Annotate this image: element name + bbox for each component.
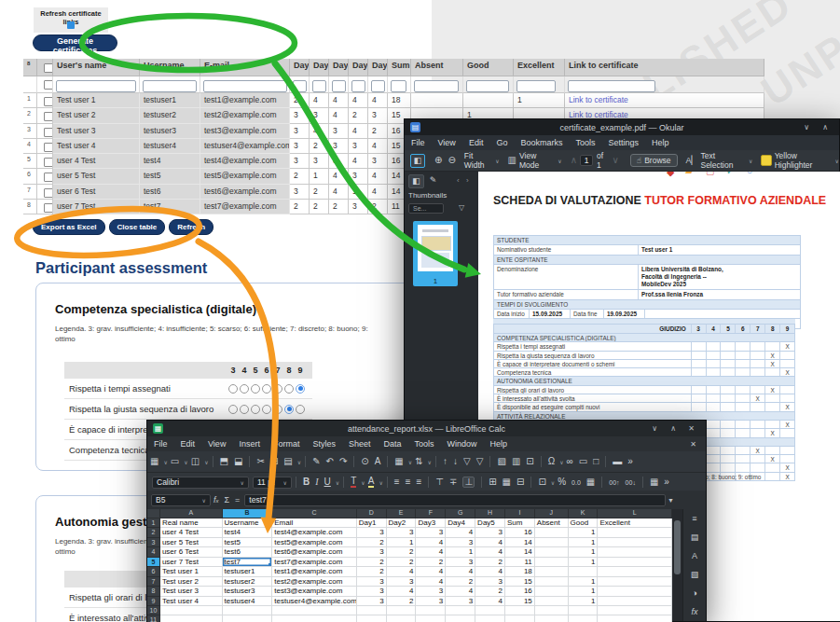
certificate-link[interactable]: Link to certificate xyxy=(565,93,764,108)
merge-cells-icon[interactable]: ⊞ xyxy=(489,477,496,487)
cell-G2[interactable]: 4 xyxy=(446,528,475,537)
symbol-icon[interactable]: Ω xyxy=(548,457,555,466)
cell-F11[interactable] xyxy=(416,615,446,622)
find-icon[interactable]: ⊙ xyxy=(361,457,368,466)
cell-G3[interactable]: 3 xyxy=(446,538,475,547)
filter-icon[interactable]: ▽ xyxy=(476,457,484,466)
desc-icon[interactable]: ↓ xyxy=(453,457,458,466)
cell-J2[interactable] xyxy=(535,528,569,537)
cell-A7[interactable]: Test user 2 xyxy=(160,577,223,587)
valign-top-icon[interactable]: ⊤ xyxy=(435,477,444,487)
cell-D8[interactable]: 3 xyxy=(357,587,387,596)
cell-I4[interactable]: 14 xyxy=(505,547,535,557)
cell-H3[interactable]: 4 xyxy=(475,538,505,547)
cell-E11[interactable] xyxy=(387,615,417,622)
cell-I5[interactable]: 11 xyxy=(505,558,535,567)
cell-G11[interactable] xyxy=(446,615,475,622)
cell-A2[interactable]: user 4 Test xyxy=(160,528,223,537)
filter-input[interactable] xyxy=(568,80,655,92)
cell-C11[interactable] xyxy=(272,615,356,622)
cell-I3[interactable]: 14 xyxy=(505,538,535,547)
cell-H2[interactable]: 3 xyxy=(475,528,505,537)
cell-H11[interactable] xyxy=(475,615,505,622)
minimize-icon[interactable]: ∨ xyxy=(652,424,657,433)
menu-view[interactable]: View xyxy=(201,439,232,449)
cell-B7[interactable]: testuser2 xyxy=(223,577,273,587)
merge-center-icon[interactable]: ▦ xyxy=(503,477,511,487)
cell-J11[interactable] xyxy=(535,615,569,622)
panel-prev-icon[interactable]: ‹ xyxy=(457,176,460,185)
italic-icon[interactable]: I xyxy=(315,477,318,487)
cell-L9[interactable] xyxy=(598,597,672,606)
cell-A11[interactable] xyxy=(160,615,223,622)
cell-K7[interactable]: 1 xyxy=(569,577,599,587)
unmerge-icon[interactable]: ⊟ xyxy=(516,477,524,487)
filter-input[interactable] xyxy=(143,80,197,92)
grid-corner[interactable] xyxy=(147,509,160,518)
borders-icon[interactable]: ▦ xyxy=(650,477,658,487)
cell-K11[interactable] xyxy=(569,615,599,622)
cell-C9[interactable]: testuser4@example.com xyxy=(272,597,356,606)
menu-format[interactable]: Format xyxy=(267,439,307,449)
cell-K3[interactable]: 1 xyxy=(569,538,599,547)
new-doc-icon[interactable]: ▦ xyxy=(150,457,158,466)
cell-F6[interactable]: 4 xyxy=(416,567,446,576)
cell-E4[interactable]: 2 xyxy=(387,547,417,557)
sidebar-menu-icon[interactable]: ≡ xyxy=(692,515,696,523)
filter-input[interactable] xyxy=(293,80,307,92)
sidebar-functions-icon[interactable]: fx xyxy=(691,608,697,616)
bold-icon[interactable]: B xyxy=(303,477,310,487)
row-header-10[interactable]: 10 xyxy=(147,606,160,615)
cell-D4[interactable]: 3 xyxy=(357,547,387,557)
view-mode-icon[interactable]: ▥ xyxy=(508,156,516,165)
minimize-icon[interactable]: ∨ xyxy=(804,123,809,131)
cell-D1[interactable]: Day1 xyxy=(357,518,387,528)
row-checkbox[interactable] xyxy=(44,173,53,182)
cell-C5[interactable]: test7@example.com xyxy=(272,558,356,567)
cell-C3[interactable]: test5@example.com xyxy=(272,538,356,547)
row-header-5[interactable]: 5 xyxy=(147,558,160,567)
filter-auto-icon[interactable]: ▽ xyxy=(463,457,471,466)
row-checkbox[interactable] xyxy=(44,143,53,152)
radio-score-4[interactable] xyxy=(240,405,249,414)
cell-C1[interactable]: Email xyxy=(272,518,356,528)
valign-center-icon[interactable]: ∓ xyxy=(449,477,457,487)
browse-button[interactable]: ☝ Browse xyxy=(630,154,678,167)
cell-C2[interactable]: test4@example.com xyxy=(272,528,356,537)
filter-input[interactable] xyxy=(371,80,385,92)
cell-L4[interactable] xyxy=(598,547,672,557)
cell-I2[interactable]: 16 xyxy=(505,528,535,537)
font-color-icon[interactable]: T xyxy=(351,477,356,488)
maximize-icon[interactable]: ∧ xyxy=(670,424,676,433)
cell-K6[interactable] xyxy=(569,567,599,576)
cell-B11[interactable] xyxy=(223,615,273,622)
sidebar-navigator-icon[interactable]: ◑ xyxy=(692,589,696,598)
menu-window[interactable]: Window xyxy=(441,439,484,449)
filter-input[interactable] xyxy=(351,80,365,92)
thumbnails-tab-icon[interactable]: ◧ xyxy=(408,174,424,188)
previous-page-icon[interactable]: ∧ xyxy=(571,156,577,165)
filter-input[interactable] xyxy=(466,80,509,92)
cell-C7[interactable]: test2@example.com xyxy=(272,577,356,587)
sidebar-styles-icon[interactable]: A xyxy=(692,552,697,560)
column-header-K[interactable]: K xyxy=(569,509,599,518)
formula-bar-expand-icon[interactable]: ▼ xyxy=(668,497,674,504)
radio-score-7[interactable] xyxy=(273,384,282,394)
percent-icon[interactable]: % xyxy=(558,477,566,487)
cell-J10[interactable] xyxy=(535,606,569,615)
cell-H10[interactable] xyxy=(475,606,505,615)
name-box[interactable]: B5∨ xyxy=(151,494,211,506)
refresh-button[interactable]: Refresh xyxy=(169,219,213,235)
row-header-9[interactable]: 9 xyxy=(147,597,160,606)
view-mode-select[interactable]: View Mode xyxy=(519,151,556,170)
print-icon[interactable]: ⬒ xyxy=(220,457,228,466)
filter-checkbox[interactable] xyxy=(44,80,53,90)
cell-D10[interactable] xyxy=(357,606,387,615)
cell-K9[interactable]: 1 xyxy=(569,597,599,606)
cell-I1[interactable]: Sum xyxy=(505,518,535,528)
thumbnail-search-input[interactable]: Se... xyxy=(408,203,444,214)
highlight-color-icon[interactable]: A xyxy=(368,477,375,488)
cell-K2[interactable]: 1 xyxy=(569,528,599,537)
radio-score-9[interactable] xyxy=(296,384,305,394)
cell-E3[interactable]: 1 xyxy=(387,538,417,547)
